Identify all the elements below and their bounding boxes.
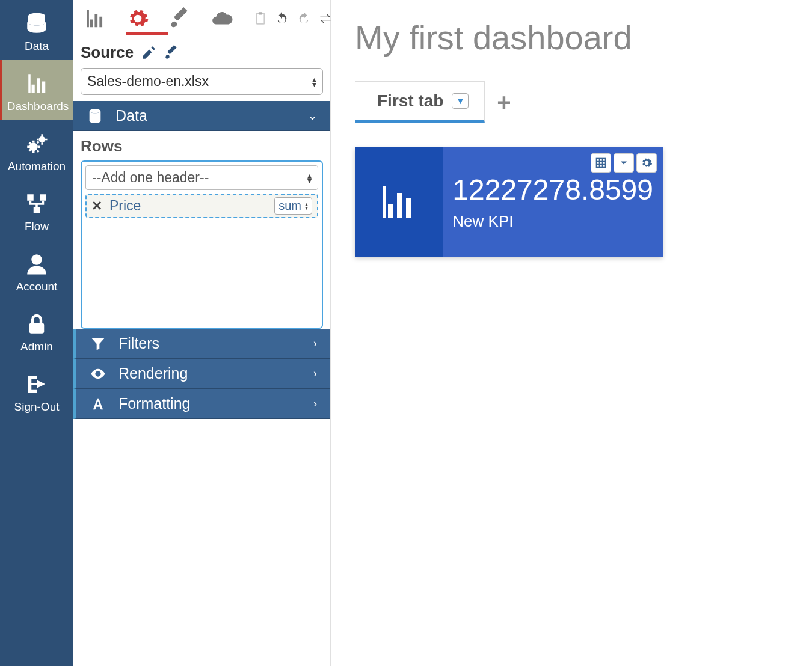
gears-icon: [24, 131, 49, 156]
nav-label: Automation: [8, 160, 66, 173]
tab-first[interactable]: First tab ▼: [355, 81, 485, 123]
kpi-name: New KPI: [452, 212, 653, 231]
nav-label: Data: [25, 40, 49, 53]
user-icon: [24, 251, 49, 276]
chevron-right-icon: ›: [313, 367, 317, 380]
add-header-select[interactable]: --Add one header-- ▴▾: [85, 165, 318, 190]
svg-point-2: [39, 136, 46, 143]
source-select[interactable]: Sales-demo-en.xlsx ▴▾: [81, 68, 323, 95]
kpi-dropdown-button[interactable]: [614, 153, 634, 173]
svg-rect-8: [257, 13, 265, 23]
select-arrows-icon: ▴▾: [305, 203, 308, 210]
eye-icon: [90, 365, 106, 382]
source-value: Sales-demo-en.xlsx: [87, 73, 209, 90]
database-icon: [87, 108, 103, 124]
svg-point-6: [31, 254, 42, 265]
chevron-right-icon: ›: [313, 337, 317, 350]
toolbar-chart-icon[interactable]: [84, 7, 107, 32]
kpi-icon-panel: [355, 147, 443, 257]
svg-rect-11: [597, 159, 606, 168]
nav-signout[interactable]: Sign-Out: [0, 361, 73, 421]
svg-rect-9: [259, 12, 263, 14]
left-nav: Data Dashboards Automation Flow Account …: [0, 0, 73, 666]
chevron-right-icon: ›: [313, 397, 317, 410]
source-block: Source Sales-demo-en.xlsx ▴▾: [73, 32, 330, 101]
add-header-text: --Add one header--: [92, 170, 209, 186]
section-label: Filters: [118, 335, 159, 352]
bar-chart-icon: [25, 71, 51, 96]
row-chip[interactable]: ✕ Price sum ▴▾: [85, 194, 318, 218]
bar-chart-icon: [377, 180, 420, 224]
filter-icon: [90, 335, 106, 352]
nav-account[interactable]: Account: [0, 240, 73, 301]
svg-point-10: [90, 109, 101, 113]
rows-title: Rows: [81, 137, 323, 156]
flow-icon: [24, 191, 49, 216]
toolbar-settings-icon[interactable]: [126, 7, 149, 32]
remove-icon[interactable]: ✕: [91, 198, 102, 214]
edit-icon[interactable]: [141, 45, 156, 61]
toolbar-brush-icon[interactable]: [168, 7, 191, 32]
section-label: Formatting: [118, 395, 190, 412]
add-tab-button[interactable]: +: [497, 89, 511, 116]
nav-label: Dashboards: [7, 100, 69, 113]
tab-dropdown-icon[interactable]: ▼: [452, 93, 469, 109]
kpi-value: 12227278.8599: [452, 173, 653, 206]
row-name: Price: [109, 198, 141, 214]
config-panel: Source Sales-demo-en.xlsx ▴▾ Data ⌄ Rows…: [73, 0, 331, 666]
section-data[interactable]: Data ⌄: [73, 101, 330, 131]
svg-rect-4: [40, 194, 46, 201]
section-label: Rendering: [118, 365, 188, 382]
dashboard-title[interactable]: My first dashboard: [355, 18, 788, 57]
section-formatting[interactable]: Formatting ›: [73, 389, 330, 419]
undo-icon[interactable]: [274, 11, 290, 29]
agg-value: sum: [278, 199, 301, 213]
database-icon: [24, 11, 49, 36]
select-arrows-icon: ▴▾: [312, 77, 316, 87]
section-rendering[interactable]: Rendering ›: [73, 359, 330, 389]
nav-label: Admin: [20, 340, 53, 353]
nav-data[interactable]: Data: [0, 0, 73, 60]
nav-flow[interactable]: Flow: [0, 180, 73, 240]
clipboard-icon[interactable]: [253, 11, 268, 29]
svg-rect-7: [29, 323, 45, 334]
lock-icon: [24, 311, 49, 337]
tab-label: First tab: [377, 91, 443, 111]
kpi-toolbar: [591, 153, 657, 173]
nav-automation[interactable]: Automation: [0, 120, 73, 180]
nav-dashboards[interactable]: Dashboards: [0, 60, 73, 120]
section-filters[interactable]: Filters ›: [73, 329, 330, 359]
active-tab-underline: [126, 32, 168, 35]
chevron-down-icon: ⌄: [308, 109, 317, 123]
tab-bar: First tab ▼ +: [355, 81, 788, 123]
rows-box: --Add one header-- ▴▾ ✕ Price sum ▴▾: [81, 160, 323, 329]
signout-icon: [24, 371, 49, 397]
kpi-settings-button[interactable]: [636, 153, 657, 173]
config-toolbar: [73, 0, 330, 32]
kpi-card[interactable]: 12227278.8599 New KPI: [355, 147, 663, 257]
nav-admin[interactable]: Admin: [0, 301, 73, 361]
nav-label: Flow: [25, 220, 49, 233]
aggregation-select[interactable]: sum ▴▾: [274, 197, 312, 215]
source-label: Source: [81, 43, 323, 62]
svg-rect-5: [34, 207, 40, 213]
select-arrows-icon: ▴▾: [307, 173, 312, 183]
nav-label: Sign-Out: [14, 400, 60, 414]
svg-rect-3: [27, 194, 34, 201]
source-label-text: Source: [81, 43, 134, 62]
main-area: My first dashboard First tab ▼ + 1222727…: [331, 0, 812, 666]
rows-block: Rows --Add one header-- ▴▾ ✕ Price sum ▴…: [73, 131, 330, 329]
redo-icon[interactable]: [296, 11, 312, 29]
brush-icon[interactable]: [164, 45, 179, 61]
kpi-table-button[interactable]: [591, 153, 611, 173]
swap-icon[interactable]: [318, 11, 333, 29]
nav-label: Account: [16, 280, 58, 293]
section-label: Data: [115, 107, 147, 124]
font-icon: [90, 396, 106, 412]
toolbar-cloud-icon[interactable]: [211, 7, 233, 32]
